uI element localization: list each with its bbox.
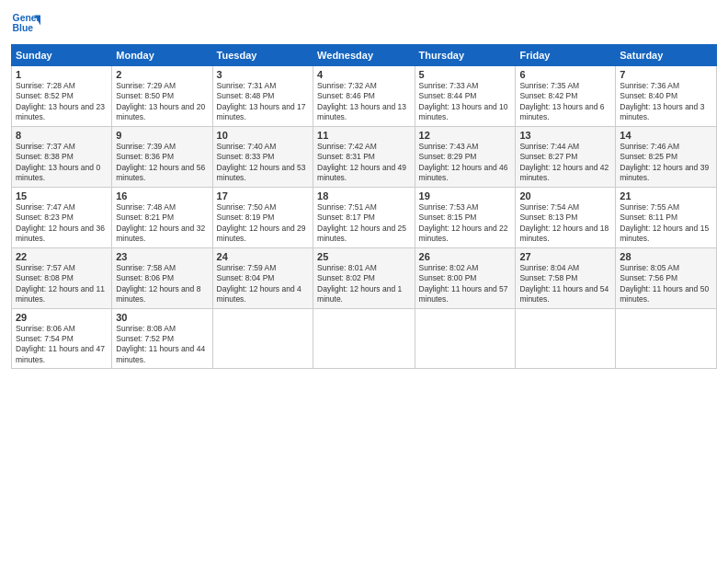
weekday-header: Sunday <box>12 45 112 66</box>
calendar-cell: 5 Sunrise: 7:33 AMSunset: 8:44 PMDayligh… <box>415 66 516 127</box>
calendar-cell: 26 Sunrise: 8:02 AMSunset: 8:00 PMDaylig… <box>415 247 516 308</box>
day-number: 9 <box>116 130 208 141</box>
day-number: 3 <box>217 69 309 80</box>
day-info: Sunrise: 8:06 AMSunset: 7:54 PMDaylight:… <box>16 324 108 366</box>
calendar-cell: 29 Sunrise: 8:06 AMSunset: 7:54 PMDaylig… <box>12 308 112 369</box>
day-info: Sunrise: 7:55 AMSunset: 8:11 PMDaylight:… <box>620 202 712 245</box>
day-info: Sunrise: 7:36 AMSunset: 8:40 PMDaylight:… <box>620 81 712 123</box>
weekday-header: Monday <box>112 45 212 66</box>
day-info: Sunrise: 7:33 AMSunset: 8:44 PMDaylight:… <box>419 81 512 123</box>
day-number: 17 <box>217 190 309 201</box>
calendar-week-row: 8 Sunrise: 7:37 AMSunset: 8:38 PMDayligh… <box>12 126 717 187</box>
day-info: Sunrise: 7:37 AMSunset: 8:38 PMDaylight:… <box>16 142 108 184</box>
calendar-cell: 16 Sunrise: 7:48 AMSunset: 8:21 PMDaylig… <box>112 187 212 247</box>
calendar-cell: 25 Sunrise: 8:01 AMSunset: 8:02 PMDaylig… <box>313 247 415 308</box>
day-info: Sunrise: 7:42 AMSunset: 8:31 PMDaylight:… <box>317 142 410 184</box>
calendar-cell: 7 Sunrise: 7:36 AMSunset: 8:40 PMDayligh… <box>616 66 717 127</box>
day-info: Sunrise: 7:28 AMSunset: 8:52 PMDaylight:… <box>16 81 108 123</box>
day-info: Sunrise: 7:35 AMSunset: 8:42 PMDaylight:… <box>519 81 611 123</box>
calendar-cell: 27 Sunrise: 8:04 AMSunset: 7:58 PMDaylig… <box>516 247 616 308</box>
calendar-cell: 12 Sunrise: 7:43 AMSunset: 8:29 PMDaylig… <box>415 126 516 187</box>
calendar-week-row: 22 Sunrise: 7:57 AMSunset: 8:08 PMDaylig… <box>12 247 717 308</box>
day-info: Sunrise: 8:05 AMSunset: 7:56 PMDaylight:… <box>620 263 712 305</box>
day-info: Sunrise: 7:39 AMSunset: 8:36 PMDaylight:… <box>116 142 208 184</box>
day-number: 12 <box>419 130 512 141</box>
day-info: Sunrise: 7:44 AMSunset: 8:27 PMDaylight:… <box>519 142 611 184</box>
day-info: Sunrise: 7:51 AMSunset: 8:17 PMDaylight:… <box>317 202 410 245</box>
calendar-cell <box>516 308 616 369</box>
logo-icon: General Blue <box>11 9 40 39</box>
calendar-cell: 2 Sunrise: 7:29 AMSunset: 8:50 PMDayligh… <box>112 66 212 127</box>
day-number: 27 <box>519 251 611 262</box>
calendar-cell <box>313 308 415 369</box>
day-number: 16 <box>116 190 208 201</box>
calendar-cell: 24 Sunrise: 7:59 AMSunset: 8:04 PMDaylig… <box>212 247 313 308</box>
day-number: 10 <box>217 130 309 141</box>
calendar-cell: 19 Sunrise: 7:53 AMSunset: 8:15 PMDaylig… <box>415 187 516 247</box>
day-number: 28 <box>620 251 712 262</box>
day-info: Sunrise: 8:08 AMSunset: 7:52 PMDaylight:… <box>116 324 208 366</box>
day-info: Sunrise: 8:01 AMSunset: 8:02 PMDaylight:… <box>317 263 410 305</box>
logo: General Blue <box>11 9 40 39</box>
day-info: Sunrise: 7:43 AMSunset: 8:29 PMDaylight:… <box>419 142 512 184</box>
calendar-cell <box>415 308 516 369</box>
day-info: Sunrise: 7:57 AMSunset: 8:08 PMDaylight:… <box>16 263 108 305</box>
calendar-cell: 22 Sunrise: 7:57 AMSunset: 8:08 PMDaylig… <box>12 247 112 308</box>
calendar-cell: 8 Sunrise: 7:37 AMSunset: 8:38 PMDayligh… <box>12 126 112 187</box>
day-number: 26 <box>419 251 512 262</box>
calendar-table: SundayMondayTuesdayWednesdayThursdayFrid… <box>11 44 717 369</box>
weekday-header: Tuesday <box>212 45 313 66</box>
calendar-cell: 17 Sunrise: 7:50 AMSunset: 8:19 PMDaylig… <box>212 187 313 247</box>
calendar-cell: 15 Sunrise: 7:47 AMSunset: 8:23 PMDaylig… <box>12 187 112 247</box>
calendar-week-row: 15 Sunrise: 7:47 AMSunset: 8:23 PMDaylig… <box>12 187 717 247</box>
day-info: Sunrise: 7:59 AMSunset: 8:04 PMDaylight:… <box>217 263 309 305</box>
day-info: Sunrise: 7:46 AMSunset: 8:25 PMDaylight:… <box>620 142 712 184</box>
day-number: 19 <box>419 190 512 201</box>
calendar-cell: 9 Sunrise: 7:39 AMSunset: 8:36 PMDayligh… <box>112 126 212 187</box>
calendar-header-row: SundayMondayTuesdayWednesdayThursdayFrid… <box>12 45 717 66</box>
calendar-cell: 1 Sunrise: 7:28 AMSunset: 8:52 PMDayligh… <box>12 66 112 127</box>
calendar-cell: 6 Sunrise: 7:35 AMSunset: 8:42 PMDayligh… <box>516 66 616 127</box>
weekday-header: Friday <box>516 45 616 66</box>
calendar-cell: 20 Sunrise: 7:54 AMSunset: 8:13 PMDaylig… <box>516 187 616 247</box>
calendar-cell: 3 Sunrise: 7:31 AMSunset: 8:48 PMDayligh… <box>212 66 313 127</box>
day-info: Sunrise: 7:40 AMSunset: 8:33 PMDaylight:… <box>217 142 309 184</box>
weekday-header: Thursday <box>415 45 516 66</box>
day-number: 6 <box>519 69 611 80</box>
calendar-cell: 30 Sunrise: 8:08 AMSunset: 7:52 PMDaylig… <box>112 308 212 369</box>
calendar-cell <box>212 308 313 369</box>
day-number: 18 <box>317 190 410 201</box>
day-number: 4 <box>317 69 410 80</box>
day-info: Sunrise: 7:32 AMSunset: 8:46 PMDaylight:… <box>317 81 410 123</box>
calendar-week-row: 1 Sunrise: 7:28 AMSunset: 8:52 PMDayligh… <box>12 66 717 127</box>
day-info: Sunrise: 7:47 AMSunset: 8:23 PMDaylight:… <box>16 202 108 245</box>
day-info: Sunrise: 7:50 AMSunset: 8:19 PMDaylight:… <box>217 202 309 245</box>
day-number: 8 <box>16 130 108 141</box>
calendar-cell: 23 Sunrise: 7:58 AMSunset: 8:06 PMDaylig… <box>112 247 212 308</box>
calendar-body: 1 Sunrise: 7:28 AMSunset: 8:52 PMDayligh… <box>12 66 717 369</box>
day-number: 20 <box>519 190 611 201</box>
day-number: 14 <box>620 130 712 141</box>
day-number: 13 <box>519 130 611 141</box>
calendar-cell: 10 Sunrise: 7:40 AMSunset: 8:33 PMDaylig… <box>212 126 313 187</box>
calendar-cell: 28 Sunrise: 8:05 AMSunset: 7:56 PMDaylig… <box>616 247 717 308</box>
weekday-header: Saturday <box>616 45 717 66</box>
day-info: Sunrise: 7:48 AMSunset: 8:21 PMDaylight:… <box>116 202 208 245</box>
day-number: 11 <box>317 130 410 141</box>
calendar-cell <box>616 308 717 369</box>
day-number: 1 <box>16 69 108 80</box>
day-info: Sunrise: 7:53 AMSunset: 8:15 PMDaylight:… <box>419 202 512 245</box>
day-number: 29 <box>16 312 108 323</box>
page-header: General Blue <box>11 9 717 39</box>
day-info: Sunrise: 8:04 AMSunset: 7:58 PMDaylight:… <box>519 263 611 305</box>
weekday-header: Wednesday <box>313 45 415 66</box>
calendar-cell: 21 Sunrise: 7:55 AMSunset: 8:11 PMDaylig… <box>616 187 717 247</box>
day-info: Sunrise: 7:58 AMSunset: 8:06 PMDaylight:… <box>116 263 208 305</box>
day-info: Sunrise: 7:31 AMSunset: 8:48 PMDaylight:… <box>217 81 309 123</box>
day-number: 24 <box>217 251 309 262</box>
svg-text:Blue: Blue <box>13 23 34 33</box>
calendar-cell: 13 Sunrise: 7:44 AMSunset: 8:27 PMDaylig… <box>516 126 616 187</box>
day-number: 30 <box>116 312 208 323</box>
calendar-cell: 4 Sunrise: 7:32 AMSunset: 8:46 PMDayligh… <box>313 66 415 127</box>
day-number: 5 <box>419 69 512 80</box>
